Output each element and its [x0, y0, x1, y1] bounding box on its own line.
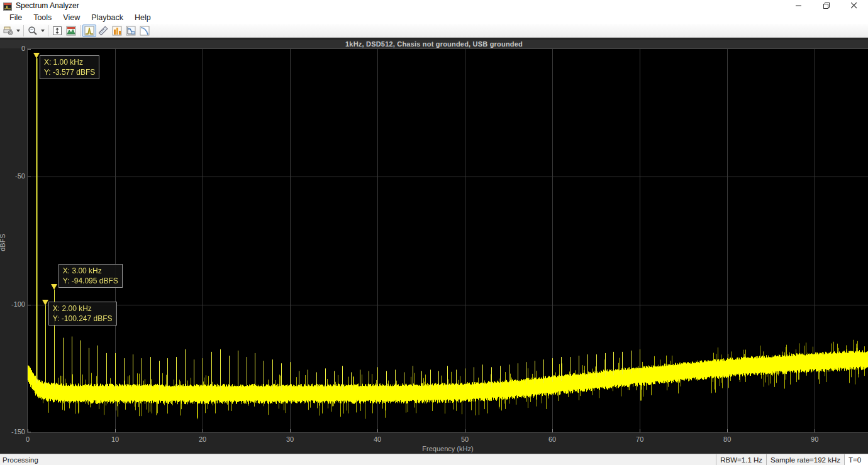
- print-options-button[interactable]: [1, 25, 15, 37]
- x-tick-label: 20: [199, 435, 206, 443]
- x-axis-label: Frequency (kHz): [28, 445, 868, 452]
- peak-finder-button[interactable]: [110, 25, 124, 37]
- zoom-dropdown[interactable]: [40, 25, 46, 37]
- restore-button[interactable]: [813, 0, 840, 11]
- plot-title-bar: 1kHz, DSD512, Chasis not grounded, USB g…: [0, 40, 868, 48]
- spectrum-settings-icon: [66, 26, 76, 36]
- ccdf-measurements-icon: [126, 26, 136, 36]
- spectrum-plot[interactable]: [28, 49, 868, 432]
- printer-icon: [3, 26, 13, 36]
- status-processing: Processing: [0, 456, 38, 464]
- y-axis-label: dBFS: [0, 224, 6, 261]
- plot-title: 1kHz, DSD512, Chasis not grounded, USB g…: [345, 40, 523, 48]
- window-title: Spectrum Analyzer: [16, 1, 79, 10]
- x-tick-label: 70: [636, 435, 643, 443]
- toolbar-separator: [48, 25, 48, 36]
- distortion-measurements-button[interactable]: [96, 25, 110, 37]
- status-time: T=0: [844, 454, 868, 465]
- y-tick-label: 0: [0, 45, 25, 52]
- x-tick-label: 50: [461, 435, 469, 443]
- cursor-measurements-icon: [84, 26, 94, 36]
- toolbar: [0, 24, 868, 38]
- scope-display: 1kHz, DSD512, Chasis not grounded, USB g…: [0, 38, 868, 454]
- zoom-icon: [28, 26, 38, 36]
- y-tick-label: -100: [0, 300, 25, 308]
- y-tick-label: -50: [0, 172, 25, 180]
- x-tick-label: 30: [286, 435, 294, 443]
- y-tick-label: -150: [0, 428, 25, 435]
- toolbar-separator: [80, 25, 81, 36]
- spectrum-analyzer-window: Spectrum Analyzer File Tools View Playba…: [0, 0, 868, 465]
- ccdf-measurements-button[interactable]: [124, 25, 138, 37]
- x-tick-label: 40: [374, 435, 381, 443]
- x-tick-label: 60: [548, 435, 556, 443]
- status-sample-rate: Sample rate=192 kHz: [766, 454, 844, 465]
- spectral-mask-icon: [140, 26, 150, 36]
- menu-tools[interactable]: Tools: [28, 12, 57, 23]
- menu-view[interactable]: View: [57, 12, 86, 23]
- menu-playback[interactable]: Playback: [86, 12, 129, 23]
- spectrum-settings-button[interactable]: [64, 25, 78, 37]
- cursor-measurements-button[interactable]: [82, 25, 96, 37]
- toolbar-separator: [23, 25, 24, 36]
- minimize-button[interactable]: [785, 0, 813, 11]
- app-icon: [3, 2, 12, 10]
- close-button[interactable]: [840, 0, 868, 11]
- menu-bar: File Tools View Playback Help: [0, 11, 868, 24]
- spectral-mask-button[interactable]: [138, 25, 152, 37]
- fit-to-view-button[interactable]: [50, 25, 64, 37]
- x-tick-label: 10: [111, 435, 119, 443]
- x-tick-label: 80: [723, 435, 731, 443]
- title-bar: Spectrum Analyzer: [0, 0, 868, 11]
- menu-help[interactable]: Help: [129, 12, 157, 23]
- status-bar: Processing RBW=1.1 Hz Sample rate=192 kH…: [0, 454, 868, 465]
- menu-file[interactable]: File: [4, 12, 28, 23]
- x-tick-label: 90: [811, 435, 818, 443]
- distortion-measurements-icon: [98, 26, 108, 36]
- peak-finder-icon: [112, 26, 122, 36]
- print-options-dropdown[interactable]: [15, 25, 21, 37]
- status-rbw: RBW=1.1 Hz: [716, 454, 766, 465]
- fit-to-view-icon: [52, 26, 62, 36]
- x-tick-label: 0: [26, 435, 30, 443]
- zoom-button[interactable]: [26, 25, 40, 37]
